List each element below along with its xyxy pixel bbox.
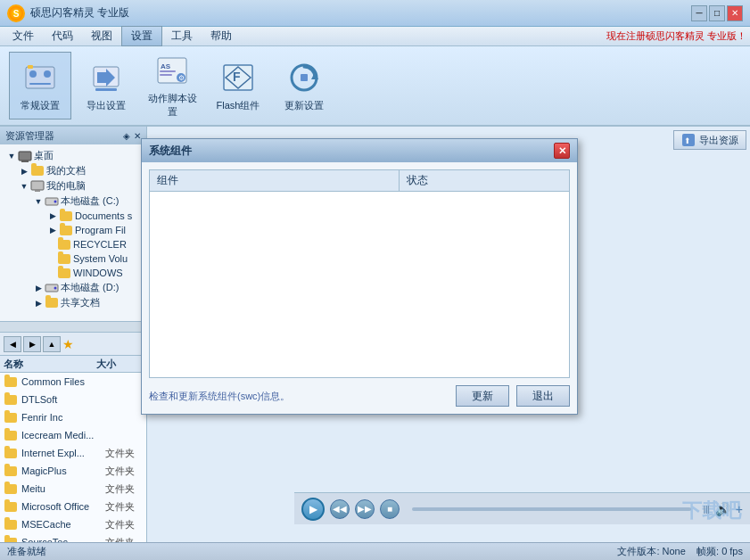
dialog-table-body[interactable]	[149, 191, 570, 378]
dialog-close-button[interactable]: ✕	[554, 143, 570, 159]
dialog-body: 组件 状态 检查和更新系统组件(swc)信息。 更新 退出	[142, 162, 577, 414]
col-component: 组件	[150, 170, 400, 191]
dialog-footer: 检查和更新系统组件(swc)信息。 更新 退出	[149, 385, 570, 407]
dialog-title-bar: 系统组件 ✕	[142, 139, 577, 162]
dialog-info-text: 检查和更新系统组件(swc)信息。	[149, 390, 449, 403]
dialog-table-header: 组件 状态	[149, 169, 570, 191]
col-status: 状态	[400, 170, 569, 191]
dialog-exit-button[interactable]: 退出	[516, 385, 570, 407]
dialog-update-button[interactable]: 更新	[456, 385, 509, 407]
dialog-overlay: 系统组件 ✕ 组件 状态 检查和更新系统组件(swc)信息。 更新 退出	[0, 0, 750, 560]
dialog-title: 系统组件	[149, 144, 192, 159]
system-components-dialog: 系统组件 ✕ 组件 状态 检查和更新系统组件(swc)信息。 更新 退出	[141, 138, 578, 415]
